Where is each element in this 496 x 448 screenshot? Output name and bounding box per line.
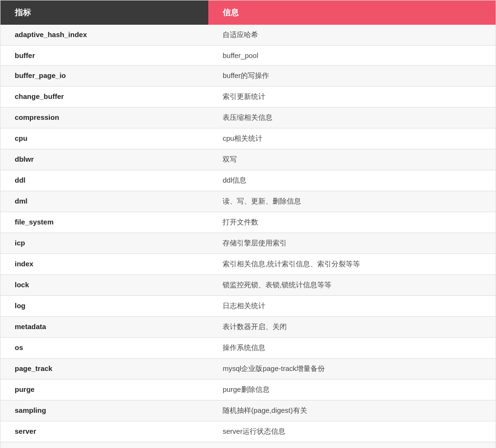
info-cell: 锁监控死锁、表锁,锁统计信息等等 <box>208 275 496 296</box>
table-row: serverserver运行状态信息 <box>0 421 496 442</box>
table-row: lock锁监控死锁、表锁,锁统计信息等等 <box>0 275 496 296</box>
metric-cell: transaction <box>0 442 208 448</box>
info-cell: buffer的写操作 <box>208 66 496 87</box>
table-row: compression表压缩相关信息 <box>0 107 496 128</box>
metric-cell: log <box>0 296 208 317</box>
info-cell: server运行状态信息 <box>208 421 496 442</box>
table-row: change_buffer索引更新统计 <box>0 87 496 107</box>
metric-cell: lock <box>0 275 208 296</box>
metric-cell: icp <box>0 233 208 254</box>
info-cell: 自适应哈希 <box>208 25 496 46</box>
table-row: purgepurge删除信息 <box>0 380 496 400</box>
info-cell: 打开文件数 <box>208 212 496 233</box>
metric-cell: dml <box>0 191 208 212</box>
metric-cell: cpu <box>0 128 208 149</box>
table-row: ddlddl信息 <box>0 170 496 191</box>
info-cell: 操作系统信息 <box>208 338 496 359</box>
info-cell: mysql企业版page-track增量备份 <box>208 359 496 380</box>
table-row: log日志相关统计 <box>0 296 496 317</box>
table-row: adaptive_hash_index自适应哈希 <box>0 25 496 46</box>
metric-cell: adaptive_hash_index <box>0 25 208 46</box>
info-cell: 表压缩相关信息 <box>208 107 496 128</box>
metric-cell: change_buffer <box>0 87 208 107</box>
metric-cell: buffer_page_io <box>0 66 208 87</box>
info-cell: 日志相关统计 <box>208 296 496 317</box>
info-cell: 随机抽样(page,digest)有关 <box>208 400 496 421</box>
metric-cell: server <box>0 421 208 442</box>
table-row: dml读、写、更新、删除信息 <box>0 191 496 212</box>
metric-cell: ddl <box>0 170 208 191</box>
metric-cell: os <box>0 338 208 359</box>
table-row: os操作系统信息 <box>0 338 496 359</box>
metric-cell: purge <box>0 380 208 400</box>
table-row: buffer_page_iobuffer的写操作 <box>0 66 496 87</box>
table-row: index索引相关信息,统计索引信息、索引分裂等等 <box>0 254 496 275</box>
main-container: 指标 信息 adaptive_hash_index自适应哈希bufferbuff… <box>0 0 496 448</box>
table-row: bufferbuffer_pool <box>0 46 496 66</box>
table-row: icp存储引擎层使用索引 <box>0 233 496 254</box>
metric-cell: sampling <box>0 400 208 421</box>
table-header-row: 指标 信息 <box>0 0 496 25</box>
info-cell: 存储引擎层使用索引 <box>208 233 496 254</box>
metric-cell: file_system <box>0 212 208 233</box>
info-cell: purge删除信息 <box>208 380 496 400</box>
metric-cell: metadata <box>0 317 208 338</box>
metric-cell: compression <box>0 107 208 128</box>
metric-cell: dblwr <box>0 149 208 170</box>
metric-cell: page_track <box>0 359 208 380</box>
info-cell: ddl信息 <box>208 170 496 191</box>
info-cell: 事务信息监控回滚、只读事务等等信息 <box>208 442 496 448</box>
table-row: page_trackmysql企业版page-track增量备份 <box>0 359 496 380</box>
table-row: file_system打开文件数 <box>0 212 496 233</box>
info-cell: 表计数器开启、关闭 <box>208 317 496 338</box>
table-row: dblwr双写 <box>0 149 496 170</box>
table-row: cpucpu相关统计 <box>0 128 496 149</box>
metric-cell: index <box>0 254 208 275</box>
metric-cell: buffer <box>0 46 208 66</box>
info-cell: 双写 <box>208 149 496 170</box>
info-cell: cpu相关统计 <box>208 128 496 149</box>
table-row: metadata表计数器开启、关闭 <box>0 317 496 338</box>
header-info: 信息 <box>208 0 496 25</box>
info-cell: 读、写、更新、删除信息 <box>208 191 496 212</box>
table-row: sampling随机抽样(page,digest)有关 <box>0 400 496 421</box>
metrics-table: 指标 信息 adaptive_hash_index自适应哈希bufferbuff… <box>0 0 496 448</box>
info-cell: 索引相关信息,统计索引信息、索引分裂等等 <box>208 254 496 275</box>
header-metric: 指标 <box>0 0 208 25</box>
info-cell: buffer_pool <box>208 46 496 66</box>
info-cell: 索引更新统计 <box>208 87 496 107</box>
table-row: transaction事务信息监控回滚、只读事务等等信息 <box>0 442 496 448</box>
